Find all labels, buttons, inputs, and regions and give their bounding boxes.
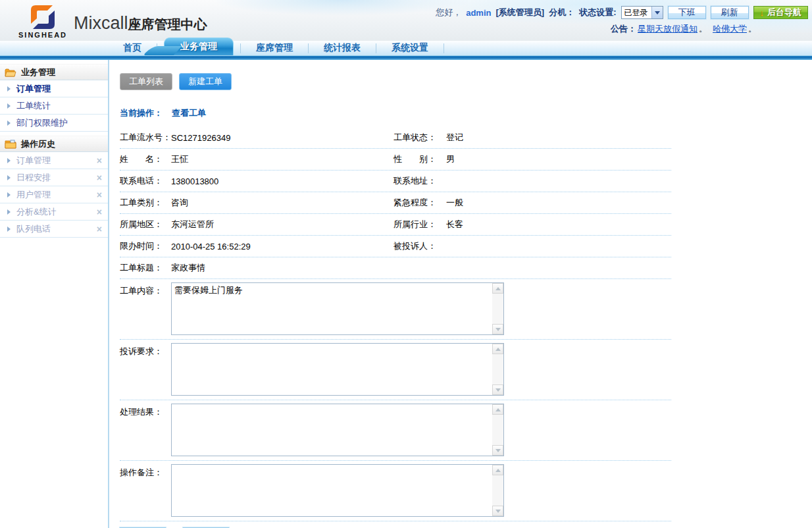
field-value: 王怔: [171, 153, 393, 165]
sidebar-section-title: 操作历史: [21, 138, 55, 150]
current-operation-value: 查看工单: [172, 107, 206, 119]
nav-tab-separator: [376, 43, 376, 53]
sidebar-history-item[interactable]: 日程安排 ×: [0, 169, 108, 186]
scroll-down-icon[interactable]: [492, 445, 503, 456]
close-icon[interactable]: ×: [97, 190, 102, 199]
field-label: 限办时间：: [120, 240, 171, 252]
status-setting-label: 状态设置:: [579, 7, 616, 18]
sidebar-item[interactable]: 部门权限维护: [0, 115, 108, 132]
textarea-box: [171, 404, 504, 456]
sidebar-item-label: 订单管理: [16, 155, 51, 167]
scroll-up-icon[interactable]: [492, 283, 503, 294]
field-label: 姓 名：: [120, 153, 171, 165]
scroll-up-icon[interactable]: [492, 404, 503, 415]
main-nav: 首页 业务管理 座席管理 统计报表 系统设置: [0, 41, 812, 55]
field-value: 登记: [446, 132, 671, 144]
form-textarea[interactable]: [172, 344, 492, 395]
userbar: 您好， admin [系统管理员] 分机： 状态设置: 已登录 下班 刷新 ↓ …: [387, 5, 808, 36]
userbar-row1: 您好， admin [系统管理员] 分机： 状态设置: 已登录 下班 刷新 ↓ …: [387, 5, 808, 20]
status-select-value: 已登录: [622, 7, 651, 18]
announcement-label: 公告：: [611, 23, 636, 35]
brand-block: SINGHEAD Mixcall座席管理中心: [18, 4, 207, 39]
scroll-down-icon[interactable]: [492, 324, 503, 334]
field-label: 工单类别：: [120, 197, 171, 209]
sidebar-history-item[interactable]: 分析&统计 ×: [0, 203, 108, 221]
scroll-down-icon[interactable]: [492, 384, 503, 395]
scroll-up-icon[interactable]: [492, 344, 503, 354]
announcement-link-1[interactable]: 星期天放假通知: [638, 23, 698, 35]
form-row: 限办时间： 2010-04-25 16:52:29 被投诉人：: [120, 236, 671, 257]
scrollbar[interactable]: [492, 283, 503, 334]
field-value: SC1271926349: [171, 133, 393, 143]
textarea-row: 处理结果：: [120, 400, 671, 461]
field-value: 1380013800: [171, 176, 393, 186]
form-textarea[interactable]: [172, 404, 492, 456]
scroll-down-icon[interactable]: [492, 506, 503, 516]
field-value: 长客: [446, 219, 671, 230]
close-icon[interactable]: ×: [97, 156, 102, 165]
scroll-up-icon[interactable]: [492, 465, 503, 475]
textarea-box: [171, 343, 504, 396]
field-label: 工单流水号：: [120, 132, 171, 144]
form-row: 所属地区： 东河运管所 所属行业： 长客: [120, 214, 671, 236]
accent-bar: [0, 55, 812, 60]
nav-tab[interactable]: 座席管理: [245, 41, 304, 55]
username: admin: [466, 8, 491, 18]
textarea-box: 需要保姆上门服务: [171, 282, 504, 335]
nav-tab[interactable]: 统计报表: [313, 41, 372, 55]
textarea-box: [171, 464, 504, 517]
sidebar-section-title: 业务管理: [21, 66, 55, 78]
folder-open-icon: [5, 68, 16, 77]
history-folder-icon: [5, 140, 16, 149]
arrow-right-icon: [7, 158, 11, 163]
sidebar-history-item[interactable]: 订单管理 ×: [0, 152, 108, 169]
field-value: 2010-04-25 16:52:29: [171, 242, 393, 251]
scrollbar[interactable]: [492, 344, 503, 395]
field-label: 联系地址：: [393, 175, 446, 187]
scrollbar[interactable]: [492, 404, 503, 456]
field-label: 联系电话：: [120, 175, 171, 187]
close-icon[interactable]: ×: [97, 173, 102, 182]
form-textarea[interactable]: 需要保姆上门服务: [172, 283, 492, 334]
backend-nav-label: 后台导航: [767, 7, 801, 18]
backend-nav-button[interactable]: ↓ 后台导航: [753, 6, 809, 19]
field-label: 被投诉人：: [393, 240, 446, 252]
workorder-form: 工单流水号： SC1271926349 工单状态： 登记 姓 名： 王怔 性 别…: [120, 127, 671, 528]
status-select[interactable]: 已登录: [621, 6, 663, 19]
form-textarea[interactable]: [172, 465, 492, 516]
app-title-zh: 座席管理中心: [128, 16, 207, 34]
close-icon[interactable]: ×: [97, 207, 102, 217]
field-label: 投诉要求：: [120, 343, 171, 357]
sidebar-item-label: 用户管理: [16, 189, 51, 201]
field-label: 所属地区：: [120, 219, 171, 230]
sidebar-history-item[interactable]: 用户管理 ×: [0, 186, 108, 203]
new-workorder-button[interactable]: 新建工单: [179, 73, 232, 90]
nav-tab[interactable]: 业务管理: [164, 38, 234, 55]
sidebar-item[interactable]: 订单管理: [0, 80, 108, 97]
app-title-en: Mixcall: [74, 13, 128, 34]
sidebar-item-label: 部门权限维护: [16, 117, 68, 129]
announcement-bar: 公告： 星期天放假通知 。 哈佛大学 。: [387, 22, 808, 36]
field-label: 工单标题：: [120, 262, 171, 274]
current-operation-label: 当前操作：: [120, 107, 163, 119]
field-label: 紧急程度：: [393, 197, 446, 209]
off-duty-button[interactable]: 下班: [668, 6, 706, 19]
field-label: 性 别：: [393, 153, 446, 165]
scrollbar[interactable]: [492, 465, 503, 516]
workorder-list-button[interactable]: 工单列表: [120, 73, 172, 90]
announcement-link-2[interactable]: 哈佛大学: [713, 23, 747, 35]
sidebar-history-item[interactable]: 队列电话 ×: [0, 221, 108, 238]
field-value: 咨询: [171, 197, 393, 209]
chevron-down-icon[interactable]: [651, 7, 663, 18]
sidebar-item[interactable]: 工单统计: [0, 97, 108, 115]
form-row: 工单流水号： SC1271926349 工单状态： 登记: [120, 127, 671, 149]
textarea-row: 操作备注：: [120, 461, 671, 521]
arrow-right-icon: [7, 192, 11, 198]
announcement-dot-2: 。: [748, 23, 757, 35]
refresh-button[interactable]: 刷新: [711, 6, 749, 19]
arrow-right-icon: [7, 86, 11, 92]
nav-tab[interactable]: 系统设置: [380, 41, 440, 55]
sidebar-section-history: 操作历史: [0, 136, 108, 152]
greeting-text: 您好，: [436, 7, 461, 18]
close-icon[interactable]: ×: [97, 224, 102, 234]
